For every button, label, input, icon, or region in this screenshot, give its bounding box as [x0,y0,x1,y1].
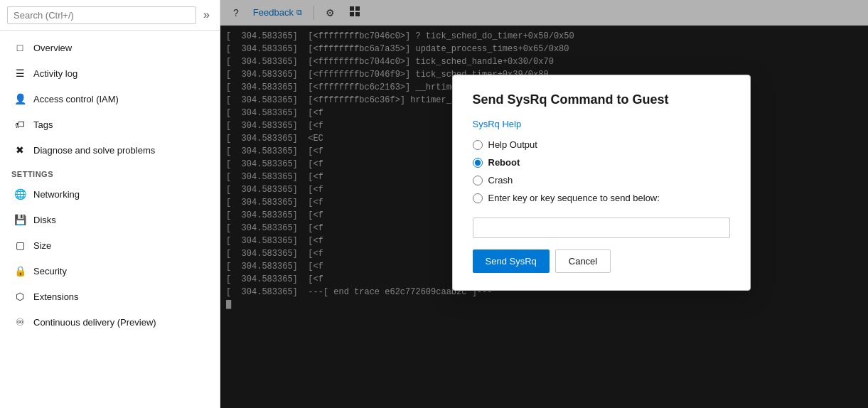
sidebar-nav: □ Overview ☰ Activity log 👤 Access contr… [0,31,220,408]
activity-log-icon: ☰ [14,67,26,80]
modal-actions: Send SysRq Cancel [473,249,730,273]
sidebar-item-disks[interactable]: 💾 Disks [0,207,220,232]
settings-section-header: Settings [0,163,220,181]
sidebar-item-overview[interactable]: □ Overview [0,35,220,60]
sidebar-item-label: Size [33,240,51,251]
sidebar-search-container: » [0,0,220,31]
extensions-icon: ⬡ [14,290,26,303]
sidebar-item-label: Overview [33,43,72,53]
sidebar-item-networking[interactable]: 🌐 Networking [0,181,220,207]
key-sequence-label: Enter key or key sequence to send below: [488,193,660,203]
reboot-label: Reboot [488,157,520,168]
radio-item-key-sequence[interactable]: Enter key or key sequence to send below: [473,193,730,203]
sidebar-item-size[interactable]: ▢ Size [0,232,220,258]
continuous-delivery-icon: ♾ [14,316,26,328]
sysrq-help-link[interactable]: SysRq Help [473,119,730,129]
sidebar-item-label: Activity log [33,68,77,79]
main-content: ? Feedback ⧉ ⚙ [ 304.583365] [<ffffffffb… [220,0,868,408]
cancel-button[interactable]: Cancel [555,249,611,273]
sidebar-item-tags[interactable]: 🏷 Tags [0,112,220,137]
collapse-sidebar-button[interactable]: » [200,6,213,24]
sidebar-item-label: Security [33,266,67,277]
sidebar-item-activity-log[interactable]: ☰ Activity log [0,60,220,86]
sidebar-item-diagnose[interactable]: ✖ Diagnose and solve problems [0,137,220,163]
diagnose-icon: ✖ [14,144,26,156]
sidebar-item-extensions[interactable]: ⬡ Extensions [0,284,220,309]
send-sysrq-button[interactable]: Send SysRq [473,249,550,273]
radio-item-help-output[interactable]: Help Output [473,139,730,150]
radio-group: Help Output Reboot Crash Enter key or ke… [473,139,730,203]
sidebar-item-security[interactable]: 🔒 Security [0,258,220,284]
radio-item-reboot[interactable]: Reboot [473,157,730,168]
sidebar-item-label: Continuous delivery (Preview) [33,317,156,328]
key-sequence-radio[interactable] [473,193,483,203]
crash-label: Crash [488,175,513,186]
sidebar-item-label: Access control (IAM) [33,94,119,104]
radio-item-crash[interactable]: Crash [473,175,730,186]
sysrq-modal: Send SysRq Command to Guest SysRq Help H… [452,75,751,291]
tags-icon: 🏷 [14,118,26,131]
sidebar: » □ Overview ☰ Activity log 👤 Access con… [0,0,220,408]
help-output-label: Help Output [488,139,537,150]
key-sequence-input[interactable] [473,218,730,238]
sidebar-item-label: Extensions [33,291,79,302]
sidebar-item-label: Tags [33,119,53,130]
sidebar-item-label: Diagnose and solve problems [33,145,155,156]
search-input[interactable] [7,6,196,24]
crash-radio[interactable] [473,176,483,186]
networking-icon: 🌐 [14,188,26,200]
sidebar-item-access-control[interactable]: 👤 Access control (IAM) [0,86,220,112]
modal-overlay: Send SysRq Command to Guest SysRq Help H… [220,0,868,408]
security-icon: 🔒 [14,264,26,277]
access-control-icon: 👤 [14,92,26,105]
sidebar-item-label: Networking [33,189,80,200]
size-icon: ▢ [14,239,26,252]
modal-title: Send SysRq Command to Guest [473,92,730,107]
sidebar-item-label: Disks [33,215,56,225]
overview-icon: □ [14,41,26,54]
help-output-radio[interactable] [473,140,483,150]
reboot-radio[interactable] [473,158,483,168]
disks-icon: 💾 [14,213,26,226]
sidebar-item-continuous-delivery[interactable]: ♾ Continuous delivery (Preview) [0,309,220,335]
